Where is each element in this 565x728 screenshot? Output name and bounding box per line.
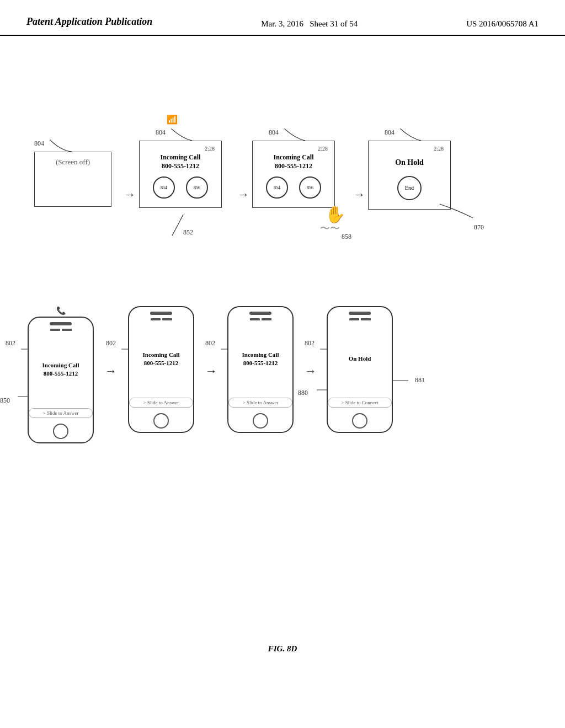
- ref-802-4: 802: [305, 339, 315, 347]
- arrow-btm-1: →: [105, 364, 117, 378]
- phone-body-btm4: On Hold > Slide to Connect: [327, 306, 393, 433]
- leader-line-1: [50, 140, 83, 153]
- speaker-btm2: [150, 312, 172, 315]
- end-button[interactable]: End: [397, 176, 422, 200]
- btn-856-label: 856: [194, 185, 200, 190]
- incoming-call-text-btm3: Incoming Call800-555-1212: [242, 351, 279, 368]
- notif-btn-856b[interactable]: 856: [299, 176, 321, 199]
- phone-body-btm1: Incoming Call800-555-1212 > Slide to Ans…: [28, 317, 94, 443]
- btm-phone-2-wrapper: 802 Incoming Call800-555-1212 > Slide to…: [128, 306, 194, 433]
- screen-btm3: Incoming Call800-555-1212: [228, 321, 292, 398]
- on-hold-text-btm4: On Hold: [349, 355, 371, 363]
- slide-text-btm4: > Slide to Connect: [341, 400, 378, 405]
- top-phone-2-wrapper: 804 2:28 Incoming Call800-555-1212 854 8…: [139, 141, 222, 208]
- leader-line-852: [145, 209, 189, 237]
- notif-btn-854b[interactable]: 854: [266, 176, 288, 199]
- ref-802-1: 802: [6, 339, 15, 347]
- top-phone-4-wrapper: 804 2:28 On Hold End 870: [368, 141, 451, 210]
- notif-btn-856[interactable]: 856: [186, 176, 208, 199]
- phone-body-btm2: Incoming Call800-555-1212 > Slide to Ans…: [128, 306, 194, 433]
- ref-804-label-2: 804: [156, 129, 166, 137]
- slide-text-btm1: > Slide to Answer: [43, 410, 79, 416]
- wifi-icon-btm1: 📞: [56, 306, 66, 315]
- slide-answer-btm2[interactable]: > Slide to Answer: [129, 398, 193, 408]
- on-hold-text: On Hold: [375, 153, 444, 173]
- gesture-icon: ✋: [325, 205, 345, 224]
- notification-banner-2: 2:28 Incoming Call800-555-1212 854 856: [139, 141, 222, 208]
- screen-btm1: Incoming Call800-555-1212: [29, 331, 93, 408]
- screen-btm4: On Hold: [328, 321, 392, 398]
- speaker-btm1: [50, 322, 72, 325]
- home-btn-btm1[interactable]: [53, 424, 68, 439]
- diagram-area: 804 (Screen off) → 804 2:28 Incoming Cal…: [12, 135, 553, 631]
- btn-854-label: 854: [161, 185, 167, 190]
- ref-870: 870: [474, 223, 484, 232]
- wifi-icon-2: 📶: [167, 114, 178, 125]
- arrow-top-3: →: [353, 188, 365, 202]
- incoming-call-text-btm1: Incoming Call800-555-1212: [42, 361, 79, 378]
- status-btm2: [151, 318, 172, 320]
- arrow-top-2: →: [237, 188, 249, 202]
- screen-btm2: Incoming Call800-555-1212: [129, 321, 193, 398]
- status-btm3: [250, 318, 271, 320]
- home-btn-btm3[interactable]: [253, 413, 268, 429]
- slide-text-btm2: > Slide to Answer: [143, 400, 179, 405]
- notification-banner-1: (Screen off): [34, 152, 111, 207]
- home-btn-btm4[interactable]: [352, 413, 367, 429]
- figure-caption: FIG. 8D: [12, 644, 553, 654]
- ref-881: 881: [415, 376, 425, 384]
- status-btm4: [349, 318, 371, 320]
- leader-line-4: [400, 129, 433, 142]
- btm-phone-4-wrapper: 802 880 881 On Hold > Slide to Connect: [327, 306, 393, 433]
- slide-text-btm3: > Slide to Answer: [243, 400, 279, 405]
- wave-icon: 〜〜: [320, 222, 340, 235]
- btm-phone-1-wrapper: 802 850 📞 Incoming Call800-555-1212 > Sl…: [28, 306, 94, 443]
- notif-btn-854[interactable]: 854: [153, 176, 175, 199]
- ref-880: 880: [298, 389, 308, 397]
- arrow-btm-2: →: [205, 364, 217, 378]
- slide-connect-btm4[interactable]: > Slide to Connect: [328, 398, 392, 408]
- top-phone-1-wrapper: 804 (Screen off): [34, 152, 111, 207]
- status-btm1: [50, 329, 72, 331]
- slide-answer-btm1[interactable]: > Slide to Answer: [29, 408, 93, 418]
- leader-line-3: [284, 129, 317, 142]
- page-header: Patent Application Publication Mar. 3, 2…: [0, 0, 565, 36]
- phone-body-btm3: Incoming Call800-555-1212 > Slide to Ans…: [227, 306, 294, 433]
- ref-804-label: 804: [34, 140, 44, 148]
- ref-850: 850: [0, 397, 10, 405]
- screen-off-label: (Screen off): [41, 158, 104, 167]
- speaker-btm3: [249, 312, 271, 315]
- incoming-call-text-btm2: Incoming Call800-555-1212: [143, 351, 180, 368]
- ref-858: 858: [342, 233, 351, 241]
- leader-line-870: [440, 199, 478, 221]
- publication-title: Patent Application Publication: [26, 15, 152, 28]
- ref-802-3: 802: [205, 339, 215, 347]
- notification-banner-4: 2:28 On Hold End: [368, 141, 451, 210]
- leader-line-2: [171, 129, 204, 142]
- ref-804-label-4: 804: [385, 129, 395, 137]
- btm-phone-3-wrapper: 802 Incoming Call800-555-1212 > Slide to…: [227, 306, 294, 433]
- arrow-top-1: →: [124, 188, 136, 202]
- ref-804-label-3: 804: [269, 129, 279, 137]
- ref-802-2: 802: [106, 339, 116, 347]
- slide-answer-btm3[interactable]: > Slide to Answer: [228, 398, 292, 408]
- notification-banner-3: 2:28 Incoming Call800-555-1212 854 856 ✋…: [252, 141, 335, 208]
- speaker-btm4: [349, 312, 371, 315]
- publication-number: US 2016/0065708 A1: [466, 15, 539, 30]
- arrow-btm-3: →: [305, 364, 317, 378]
- home-btn-btm2[interactable]: [153, 413, 169, 429]
- top-phone-3-wrapper: 804 2:28 Incoming Call800-555-1212 854 8…: [252, 141, 335, 208]
- publication-date-sheet: Mar. 3, 2016 Sheet 31 of 54: [261, 15, 358, 30]
